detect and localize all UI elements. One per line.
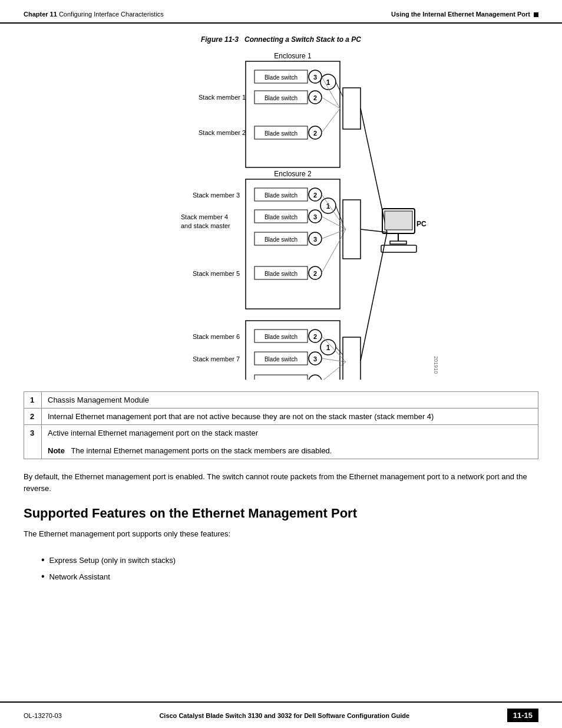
svg-text:2: 2 [313, 130, 317, 137]
svg-text:201910: 201910 [433, 356, 439, 374]
figure-title: Connecting a Switch Stack to a PC [244, 35, 361, 44]
legend-number-1: 1 [24, 392, 42, 409]
svg-text:Stack member 4: Stack member 4 [181, 213, 228, 220]
legend-row-3: 3 Active internal Ethernet management po… [24, 425, 538, 459]
footer-title: Cisco Catalyst Blade Switch 3130 and 303… [62, 712, 507, 719]
svg-line-78 [361, 232, 387, 361]
svg-line-71 [336, 82, 343, 97]
svg-line-76 [361, 108, 387, 232]
svg-line-47 [322, 216, 346, 229]
legend-table: 1 Chassis Management Module 2 Internal E… [24, 391, 538, 459]
note-text: The internal Ethernet management ports o… [71, 446, 332, 455]
svg-line-67 [322, 336, 346, 362]
svg-rect-82 [390, 241, 406, 244]
svg-line-69 [322, 362, 346, 380]
svg-text:3: 3 [313, 236, 317, 243]
svg-rect-70 [343, 88, 361, 129]
svg-text:Blade switch: Blade switch [265, 356, 297, 363]
svg-text:2: 2 [313, 378, 317, 380]
svg-line-49 [322, 229, 346, 273]
svg-text:Blade switch: Blade switch [265, 334, 297, 340]
svg-line-18 [322, 77, 340, 108]
list-item: Express Setup (only in switch stacks) [41, 552, 538, 569]
note-label: Note [48, 446, 65, 455]
svg-rect-74 [343, 337, 361, 380]
section-intro: The Ethernet management port supports on… [24, 528, 538, 540]
legend-desc-3: Active internal Ethernet management port… [42, 425, 538, 459]
page-footer: OL-13270-03 Cisco Catalyst Blade Switch … [0, 701, 562, 728]
svg-text:Stack member 6: Stack member 6 [193, 333, 240, 340]
header-left: Chapter 11 Configuring Interface Charact… [24, 11, 164, 18]
svg-text:2: 2 [313, 94, 317, 101]
svg-text:Blade switch: Blade switch [265, 192, 297, 199]
main-content: Figure 11-3 Connecting a Switch Stack to… [0, 24, 562, 597]
svg-text:2: 2 [313, 270, 317, 277]
svg-text:Stack member 1: Stack member 1 [199, 94, 246, 101]
svg-line-77 [361, 229, 387, 232]
legend-desc-2: Internal Ethernet management port that a… [42, 409, 538, 425]
svg-text:Blade switch: Blade switch [265, 130, 297, 137]
svg-text:Stack member 2: Stack member 2 [199, 129, 246, 136]
svg-text:Blade switch: Blade switch [265, 74, 297, 81]
legend-row-2: 2 Internal Ethernet management port that… [24, 409, 538, 425]
svg-text:3: 3 [313, 74, 317, 81]
svg-text:2: 2 [313, 333, 317, 340]
svg-text:Blade switch: Blade switch [265, 214, 297, 220]
svg-text:Enclosure 1: Enclosure 1 [274, 52, 312, 60]
svg-line-68 [322, 358, 346, 362]
list-item: Network Assistant [41, 568, 538, 585]
svg-text:Stack member 7: Stack member 7 [193, 355, 240, 363]
figure-label: Figure 11-3 [201, 35, 239, 44]
svg-text:Blade switch: Blade switch [265, 379, 297, 380]
legend-number-3: 3 [24, 425, 42, 459]
svg-text:2: 2 [313, 192, 317, 199]
svg-line-46 [322, 195, 346, 229]
chapter-title: Configuring Interface Characteristics [57, 11, 164, 18]
figure-container: Figure 11-3 Connecting a Switch Stack to… [24, 35, 538, 380]
chapter-label: Chapter 11 [24, 11, 57, 18]
legend-row-1: 1 Chassis Management Module [24, 392, 538, 409]
svg-line-73 [336, 206, 343, 223]
svg-rect-80 [385, 211, 412, 230]
svg-text:3: 3 [313, 355, 317, 363]
svg-text:Enclosure 2: Enclosure 2 [274, 170, 312, 178]
page-header: Chapter 11 Configuring Interface Charact… [0, 0, 562, 24]
diagram-svg: Enclosure 1 Blade switch Blade switch Bl… [116, 50, 446, 380]
legend-desc-1: Chassis Management Module [42, 392, 538, 409]
feature-list: Express Setup (only in switch stacks) Ne… [41, 552, 538, 586]
svg-line-75 [336, 347, 343, 355]
svg-text:PC: PC [416, 220, 427, 228]
footer-page-number: 11-15 [507, 709, 538, 722]
legend-number-2: 2 [24, 409, 42, 425]
svg-text:Stack member 5: Stack member 5 [193, 270, 240, 277]
figure-caption: Figure 11-3 Connecting a Switch Stack to… [24, 35, 538, 44]
svg-rect-83 [381, 245, 416, 252]
svg-text:3: 3 [313, 213, 317, 220]
svg-text:Stack member 3: Stack member 3 [193, 192, 240, 199]
svg-line-20 [322, 108, 340, 133]
svg-text:and stack master: and stack master [181, 222, 230, 229]
footer-doc-number: OL-13270-03 [24, 712, 62, 719]
body-paragraph: By default, the Ethernet management port… [24, 471, 538, 494]
header-right: Using the Internal Ethernet Management P… [391, 11, 538, 18]
section-heading: Supported Features on the Ethernet Manag… [24, 506, 538, 521]
svg-line-19 [322, 97, 340, 108]
svg-text:Blade switch: Blade switch [265, 95, 297, 101]
svg-text:Blade switch: Blade switch [265, 236, 297, 243]
svg-line-48 [322, 229, 346, 239]
svg-text:Blade switch: Blade switch [265, 271, 297, 277]
